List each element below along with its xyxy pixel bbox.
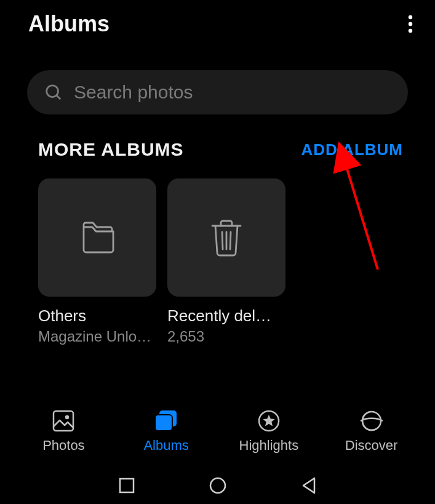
svg-point-2 (409, 29, 412, 33)
svg-line-4 (57, 95, 60, 99)
search-placeholder: Search photos (74, 82, 193, 103)
bottom-nav: Photos Albums Highlights Discover (0, 409, 435, 462)
triangle-back-icon (301, 477, 317, 494)
folder-icon (75, 218, 119, 257)
system-nav (0, 467, 435, 504)
album-subtitle: Magazine Unlo… (38, 328, 156, 345)
albums-icon (153, 409, 179, 433)
nav-label: Highlights (239, 438, 299, 454)
album-title: Others (38, 306, 156, 326)
search-input[interactable]: Search photos (27, 70, 408, 114)
nav-label: Albums (143, 438, 188, 454)
more-menu-button[interactable] (403, 17, 418, 31)
nav-label: Discover (345, 438, 398, 454)
svg-point-17 (210, 478, 225, 493)
section-title: MORE ALBUMS (38, 139, 184, 160)
album-subtitle: 2,653 (167, 328, 285, 345)
photos-icon (52, 409, 75, 433)
trash-icon (209, 217, 244, 258)
sys-back-button[interactable] (301, 477, 317, 494)
svg-point-0 (409, 15, 412, 19)
nav-albums[interactable]: Albums (126, 409, 206, 454)
discover-icon (359, 409, 384, 433)
search-icon (44, 83, 63, 102)
nav-highlights[interactable]: Highlights (229, 409, 309, 454)
svg-point-1 (409, 22, 412, 26)
highlights-icon (257, 409, 281, 433)
album-title: Recently del… (167, 306, 285, 326)
page-title: Albums (28, 11, 110, 37)
album-item-others[interactable]: Others Magazine Unlo… (38, 178, 156, 345)
more-vertical-icon (408, 15, 413, 33)
nav-discover[interactable]: Discover (332, 409, 412, 454)
add-album-button[interactable]: ADD ALBUM (301, 140, 403, 159)
sys-home-button[interactable] (209, 476, 227, 495)
album-item-recently-deleted[interactable]: Recently del… 2,653 (167, 178, 285, 345)
svg-point-3 (47, 86, 58, 97)
sys-recents-button[interactable] (119, 478, 135, 494)
albums-grid: Others Magazine Unlo… Recently del… 2,65… (0, 160, 435, 345)
svg-rect-9 (54, 411, 73, 431)
square-icon (119, 478, 135, 494)
svg-line-7 (230, 232, 231, 249)
nav-label: Photos (42, 438, 85, 454)
svg-rect-12 (155, 415, 172, 431)
nav-photos[interactable]: Photos (23, 409, 103, 454)
svg-line-5 (222, 232, 223, 249)
svg-rect-16 (120, 479, 134, 492)
circle-icon (209, 476, 227, 495)
svg-point-10 (66, 416, 68, 418)
